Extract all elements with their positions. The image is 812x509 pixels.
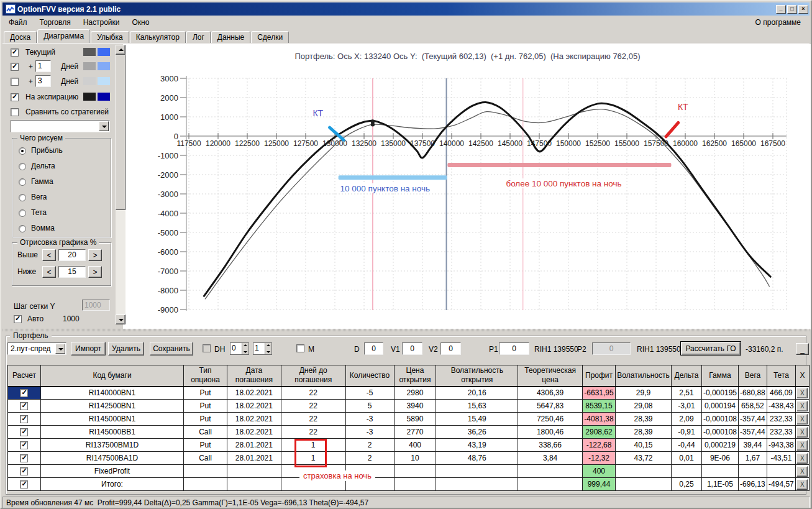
series-2-checkbox[interactable]: [11, 78, 19, 86]
row-delete-cell: X: [795, 400, 809, 413]
grid-auto-checkbox[interactable]: [14, 315, 22, 323]
row-checkbox[interactable]: [20, 467, 28, 475]
render-0-value[interactable]: 20: [58, 249, 86, 261]
dh-checkbox[interactable]: [203, 344, 211, 352]
minimize-button[interactable]: _: [776, 5, 786, 14]
calc-margin-button[interactable]: Рассчитать ГО: [680, 341, 741, 355]
column-header-Код бумаги: Код бумаги: [40, 365, 183, 387]
d-field[interactable]: 0: [364, 342, 383, 355]
series-3-checkbox[interactable]: [11, 93, 19, 101]
scroll-down-button[interactable]: [116, 314, 125, 324]
radio-Прибыль[interactable]: [19, 147, 26, 155]
series-0-checkbox[interactable]: [11, 48, 19, 57]
title-bar[interactable]: OptionFVV версия 2.1 public _ □ ×: [2, 2, 810, 16]
cell-vol: 40,15: [616, 439, 672, 452]
strategy-dropdown-button[interactable]: [99, 121, 109, 131]
menu-item-Настройки[interactable]: Настройки: [77, 17, 126, 28]
menu-item-Окно[interactable]: Окно: [126, 17, 156, 28]
cell-days: 22: [281, 413, 345, 426]
tab-Сделки[interactable]: Сделки: [251, 31, 289, 43]
tab-Доска[interactable]: Доска: [4, 31, 37, 43]
series-1-days-input[interactable]: 1: [35, 60, 51, 72]
render-0-decrease-button[interactable]: <: [42, 249, 56, 261]
compare-checkbox[interactable]: [11, 108, 19, 116]
v2-field-label: V2: [429, 345, 438, 354]
v1-field[interactable]: 0: [402, 342, 422, 355]
row-delete-button[interactable]: X: [796, 440, 808, 451]
table-row: RI145000BN1Put18.02.202122-3589015,49725…: [8, 413, 810, 426]
render-0-increase-button[interactable]: >: [88, 249, 102, 261]
render-1-decrease-button[interactable]: <: [42, 266, 56, 278]
row-delete-button[interactable]: X: [796, 414, 808, 424]
tab-Лог[interactable]: Лог: [186, 31, 211, 43]
tab-Данные[interactable]: Данные: [211, 31, 250, 43]
series-row-3: На экспирацию: [2, 92, 114, 106]
menu-item-Торговля[interactable]: Торговля: [34, 17, 77, 28]
row-checkbox[interactable]: [20, 402, 28, 410]
menu-item-about[interactable]: О программе: [747, 17, 810, 28]
svg-text:152500: 152500: [585, 139, 610, 148]
delete-button[interactable]: Удалить: [108, 342, 144, 355]
maximize-button[interactable]: □: [787, 5, 797, 14]
render-1-value[interactable]: 15: [58, 266, 86, 278]
chevron-down-icon: [58, 348, 63, 353]
row-delete-button[interactable]: X: [796, 388, 808, 398]
series-1-checkbox[interactable]: [11, 63, 19, 71]
row-checkbox[interactable]: [20, 441, 28, 449]
import-button[interactable]: Импорт: [71, 342, 106, 355]
row-delete-button[interactable]: X: [796, 466, 808, 477]
row-calc-cell[interactable]: [8, 439, 41, 452]
radio-Вега[interactable]: [19, 194, 26, 201]
row-delete-button[interactable]: X: [796, 453, 808, 464]
spinner-buttons[interactable]: [242, 343, 249, 354]
row-delete-button[interactable]: X: [796, 427, 808, 438]
row-checkbox[interactable]: [20, 428, 28, 436]
row-checkbox[interactable]: [20, 415, 28, 423]
series-2-days-input[interactable]: 3: [35, 75, 51, 87]
menu-item-Файл[interactable]: Файл: [2, 17, 34, 28]
scroll-up-button[interactable]: [116, 45, 125, 55]
strategy-select[interactable]: [11, 120, 110, 132]
settings-scrollbar[interactable]: [116, 45, 125, 324]
row-delete-button[interactable]: X: [796, 401, 808, 411]
table-row: RI147500BA1DCall28.01.2021121048,763,84-…: [8, 452, 810, 465]
dh-spinner-1[interactable]: 0: [230, 342, 249, 355]
tab-Калькулятор[interactable]: Калькулятор: [130, 31, 186, 43]
tab-Диаграмма[interactable]: Диаграмма: [37, 29, 90, 43]
tab-Улыбка[interactable]: Улыбка: [91, 31, 129, 43]
spinner-buttons[interactable]: [265, 343, 271, 354]
radio-Дельта[interactable]: [19, 163, 26, 170]
row-calc-cell[interactable]: [8, 426, 41, 439]
row-checkbox[interactable]: [20, 454, 28, 462]
collapse-button[interactable]: _: [796, 343, 809, 355]
m-checkbox[interactable]: [296, 344, 304, 352]
close-button[interactable]: ×: [798, 5, 808, 14]
row-delete-button[interactable]: X: [796, 479, 808, 490]
tab-page-diagram: Портфель: Ось X: 133240 Ось Y: (Текущий …: [2, 43, 810, 329]
cell-open-price: 3940: [394, 400, 436, 413]
row-checkbox[interactable]: [20, 389, 28, 397]
row-calc-cell[interactable]: [8, 478, 41, 491]
row-checkbox[interactable]: [20, 480, 28, 488]
dh-spinner-2[interactable]: 1: [253, 342, 272, 355]
v2-field[interactable]: 0: [440, 342, 461, 355]
row-calc-cell[interactable]: [8, 387, 41, 400]
cell-vol: 28,39: [616, 413, 672, 426]
row-calc-cell[interactable]: [8, 452, 41, 465]
preset-dropdown-button[interactable]: [55, 344, 65, 354]
radio-Тета[interactable]: [19, 209, 26, 217]
render-1-increase-button[interactable]: >: [88, 266, 102, 278]
series-Текущий: [205, 109, 769, 299]
save-button[interactable]: Сохранить: [150, 342, 193, 355]
row-calc-cell[interactable]: [8, 400, 41, 413]
radio-Гамма[interactable]: [19, 178, 26, 186]
cell-vega: -680,88: [738, 387, 767, 400]
cell-date: 28.01.2021: [227, 439, 281, 452]
row-calc-cell[interactable]: [8, 465, 41, 478]
portfolio-preset-select[interactable]: 2.пут-спред: [7, 342, 66, 355]
scrollbar-thumb[interactable]: [116, 55, 125, 210]
row-calc-cell[interactable]: [8, 413, 41, 426]
p1-field[interactable]: 0: [499, 342, 529, 355]
cell-code: FixedProfit: [40, 465, 183, 478]
radio-Вомма[interactable]: [19, 225, 26, 232]
